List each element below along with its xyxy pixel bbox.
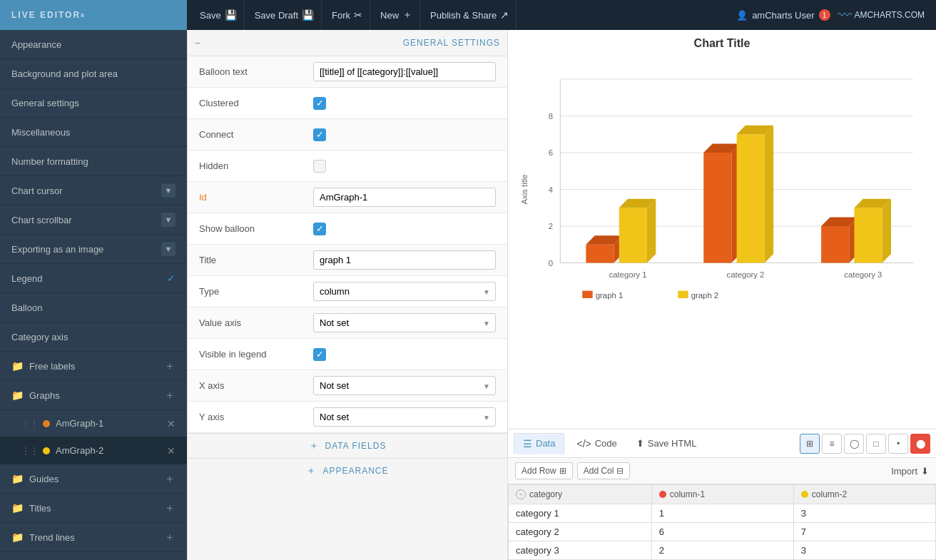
logo-text: LIVE EDITOR — [11, 10, 81, 20]
view-icon-square[interactable]: □ — [866, 434, 886, 454]
view-icon-bullet[interactable]: • — [888, 434, 908, 454]
col2-dot — [801, 491, 808, 498]
save-draft-button[interactable]: Save Draft 💾 — [248, 0, 322, 30]
legend-label-2: graph 2 — [691, 291, 718, 300]
chart-scrollbar-label: Chart scrollbar — [11, 215, 72, 225]
sidebar-item-guides[interactable]: 📁 Guides ＋ — [0, 464, 187, 494]
y-axis-label: Y axis — [199, 412, 313, 422]
graphs-add-icon[interactable]: ＋ — [164, 388, 176, 403]
connect-checkbox[interactable]: ✓ — [313, 128, 326, 141]
amgraph-2-close-icon[interactable]: ✕ — [167, 445, 176, 457]
x-axis-label: X axis — [199, 380, 313, 391]
sidebar-item-graphs[interactable]: 📁 Graphs ＋ — [0, 381, 187, 410]
sidebar-subitem-amgraph-1[interactable]: ⋮⋮ AmGraph-1 ✕ — [0, 410, 187, 437]
amgraph-1-label: AmGraph-1 — [56, 418, 103, 429]
amgraph-1-close-icon[interactable]: ✕ — [167, 418, 176, 429]
sidebar-item-background[interactable]: Background and plot area — [0, 59, 187, 88]
titles-add-icon[interactable]: ＋ — [164, 501, 176, 516]
row3-category: category 3 — [509, 541, 652, 560]
publish-share-button[interactable]: Publish & Share ↗ — [423, 0, 517, 30]
clustered-checkbox[interactable]: ✓ — [313, 97, 326, 110]
chart-cursor-toggle[interactable]: ▼ — [161, 183, 176, 198]
sidebar-item-chart-cursor[interactable]: Chart cursor ▼ — [0, 176, 187, 205]
exporting-toggle[interactable]: ▼ — [161, 242, 176, 256]
sidebar-item-exporting[interactable]: Exporting as an image ▼ — [0, 235, 187, 264]
data-table: ＋ category column-1 — [508, 484, 936, 560]
sidebar-item-free-labels[interactable]: 📁 Free labels ＋ — [0, 352, 187, 381]
tab-code[interactable]: </> Code — [567, 433, 626, 454]
new-button[interactable]: New ＋ — [373, 0, 420, 30]
fork-label: Fork — [332, 10, 350, 21]
svg-text:category 2: category 2 — [727, 270, 765, 279]
user-icon: 👤 — [736, 10, 748, 21]
sidebar-item-general-settings[interactable]: General settings — [0, 88, 187, 118]
clustered-label: Clustered — [199, 98, 313, 108]
balloon-text-input[interactable] — [313, 62, 496, 81]
drag-handle-icon-2: ⋮⋮ — [21, 446, 39, 456]
tab-data[interactable]: ☰ Data — [514, 433, 564, 454]
hidden-checkbox[interactable] — [313, 160, 326, 173]
data-fields-section[interactable]: ＋ DATA FIELDS — [188, 433, 507, 458]
sidebar-item-miscellaneous[interactable]: Miscellaneous — [0, 118, 187, 147]
view-icon-lines[interactable]: ≡ — [822, 434, 842, 454]
sidebar-item-balloon[interactable]: Balloon — [0, 293, 187, 322]
appearance-expand-icon: ＋ — [306, 464, 317, 477]
trend-lines-add-icon[interactable]: ＋ — [164, 530, 176, 545]
background-label: Background and plot area — [11, 68, 118, 79]
save-html-button[interactable]: ⬆ Save HTML — [629, 434, 704, 453]
chart-scrollbar-toggle[interactable]: ▼ — [161, 213, 176, 227]
add-col-button[interactable]: Add Col ⊟ — [577, 462, 631, 479]
fork-button[interactable]: Fork ✂ — [325, 0, 370, 30]
view-icon-circle[interactable]: ◯ — [844, 434, 864, 454]
category-add-btn[interactable]: ＋ — [516, 489, 526, 499]
svg-marker-17 — [647, 199, 656, 263]
sidebar-item-trend-lines[interactable]: 📁 Trend lines ＋ — [0, 523, 187, 552]
data-fields-expand-icon: ＋ — [309, 439, 320, 452]
sidebar-item-category-axis[interactable]: Category axis — [0, 322, 187, 352]
y-axis-select[interactable]: Not set — [313, 407, 496, 427]
sidebar-item-appearance[interactable]: Appearance — [0, 30, 187, 59]
value-axis-row: Value axis Not set ▼ — [188, 307, 507, 339]
balloon-text-label: Balloon text — [199, 66, 313, 77]
row2-col1: 6 — [651, 523, 793, 541]
sidebar-subitem-amgraph-2[interactable]: ⋮⋮ AmGraph-2 ✕ — [0, 437, 187, 464]
type-select[interactable]: column line bar area — [313, 282, 496, 301]
id-input[interactable] — [313, 188, 496, 207]
view-icons: ⊞ ≡ ◯ □ • ⬤ — [800, 434, 930, 454]
bar-cat1-series2 — [619, 208, 647, 263]
type-row: Type column line bar area ▼ — [188, 276, 507, 307]
import-button[interactable]: Import ⬇ — [891, 466, 929, 477]
share-icon: ↗ — [500, 9, 509, 21]
id-control — [313, 188, 496, 207]
chart-svg: 0 2 4 6 8 Axis title — [515, 57, 929, 300]
bar-cat1-series1 — [586, 245, 614, 263]
id-label: Id — [199, 192, 313, 203]
sidebar-item-titles[interactable]: 📁 Titles ＋ — [0, 494, 187, 523]
show-balloon-label: Show balloon — [199, 223, 313, 234]
appearance-section[interactable]: ＋ APPEARANCE — [188, 458, 507, 483]
view-icon-record[interactable]: ⬤ — [910, 434, 930, 454]
legend-swatch-1 — [582, 291, 592, 298]
svg-marker-21 — [765, 126, 773, 263]
save-button[interactable]: Save 💾 — [193, 0, 245, 30]
view-icon-grid[interactable]: ⊞ — [800, 434, 820, 454]
code-icon: </> — [576, 438, 591, 449]
add-row-button[interactable]: Add Row ⊞ — [515, 462, 573, 479]
free-labels-add-icon[interactable]: ＋ — [164, 359, 176, 374]
collapse-icon[interactable]: − — [195, 37, 201, 49]
table-header-row: ＋ category column-1 — [509, 485, 936, 504]
x-axis-select[interactable]: Not set — [313, 376, 496, 395]
amgraph-1-dot — [43, 420, 50, 427]
sidebar-item-legend[interactable]: Legend ✓ — [0, 264, 187, 293]
guides-add-icon[interactable]: ＋ — [164, 472, 176, 487]
hidden-row: Hidden — [188, 151, 507, 182]
visible-legend-checkbox[interactable]: ✓ — [313, 348, 326, 361]
value-axis-select[interactable]: Not set — [313, 313, 496, 332]
data-table-container: ＋ category column-1 — [508, 484, 936, 560]
show-balloon-checkbox[interactable]: ✓ — [313, 223, 326, 235]
title-input[interactable] — [313, 250, 496, 270]
col-header-column1: column-1 — [651, 485, 793, 504]
sidebar-item-chart-scrollbar[interactable]: Chart scrollbar ▼ — [0, 205, 187, 235]
chart-area: Chart Title 0 2 4 6 8 A — [508, 30, 936, 429]
sidebar-item-number-formatting[interactable]: Number formatting — [0, 147, 187, 176]
